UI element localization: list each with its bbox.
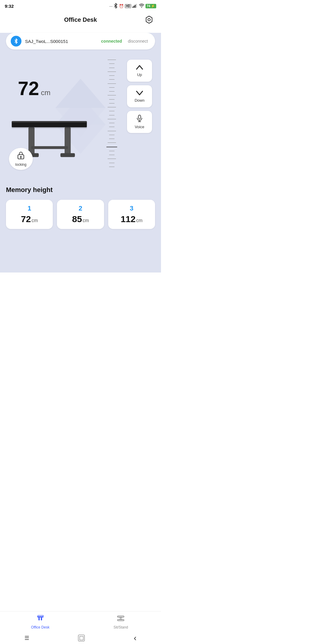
header: Office Desk	[0, 11, 161, 29]
battery-indicator: 74 ⚡	[145, 4, 156, 8]
voice-label: Voice	[135, 125, 144, 129]
voice-button[interactable]: Voice	[127, 111, 152, 133]
status-time: 9:32	[5, 4, 14, 9]
memory-slot-1[interactable]: 1 72 cm	[6, 200, 53, 229]
down-arrow-icon	[136, 90, 143, 97]
memory-slot-2[interactable]: 2 85 cm	[57, 200, 104, 229]
mem-index-3: 3	[130, 205, 133, 212]
svg-marker-5	[146, 16, 152, 23]
bluetooth-bar[interactable]: SAJ_TwoL...S000151 connected disconnect	[6, 33, 155, 49]
desk-area: 72 cm	[3, 54, 158, 179]
main-content: SAJ_TwoL...S000151 connected disconnect …	[0, 33, 161, 273]
settings-button[interactable]	[143, 14, 155, 26]
svg-rect-2	[135, 5, 136, 8]
signal-icon	[132, 4, 138, 9]
connection-status: connected	[101, 39, 122, 44]
lock-button[interactable]: locking	[9, 148, 33, 170]
down-button[interactable]: Down	[127, 85, 152, 107]
memory-slot-3[interactable]: 3 112 cm	[108, 200, 155, 229]
mem-unit-1: cm	[32, 218, 38, 223]
microphone-icon	[137, 115, 143, 123]
dots-icon: ···	[109, 4, 112, 8]
mem-number-2: 85	[72, 214, 82, 224]
mem-index-1: 1	[28, 205, 31, 212]
lock-icon	[17, 151, 25, 161]
svg-marker-7	[55, 79, 106, 108]
mem-unit-2: cm	[83, 218, 89, 223]
svg-rect-18	[12, 127, 87, 129]
device-name: SAJ_TwoL...S000151	[25, 39, 97, 44]
mem-value-1: 72 cm	[21, 214, 38, 224]
down-label: Down	[134, 98, 144, 103]
svg-rect-12	[12, 121, 87, 123]
svg-point-4	[141, 7, 142, 8]
mem-value-2: 85 cm	[72, 214, 89, 224]
svg-rect-0	[132, 7, 133, 8]
up-button[interactable]: Up	[127, 60, 152, 82]
svg-point-6	[148, 18, 150, 21]
lock-label: locking	[15, 162, 26, 167]
svg-rect-3	[136, 4, 137, 8]
memory-section: Memory height 1 72 cm 2 85 cm 3 112	[0, 179, 161, 234]
hd-icon: HD	[125, 4, 131, 8]
memory-cards: 1 72 cm 2 85 cm 3 112 cm	[6, 200, 155, 229]
bluetooth-icon	[114, 3, 118, 9]
height-value: 72	[18, 78, 39, 100]
height-display: 72 cm	[18, 78, 50, 100]
svg-rect-1	[134, 6, 134, 8]
status-icons: ··· ⏰ HD 74 ⚡	[109, 3, 156, 9]
svg-rect-19	[138, 115, 141, 119]
up-label: Up	[137, 72, 142, 77]
status-bar: 9:32 ··· ⏰ HD 74 ⚡	[0, 0, 161, 11]
mem-index-2: 2	[79, 205, 82, 212]
page-title: Office Desk	[64, 16, 97, 23]
mem-number-1: 72	[21, 214, 31, 224]
svg-rect-16	[61, 153, 75, 157]
control-buttons: Up Down Voi	[127, 60, 152, 133]
mem-unit-3: cm	[136, 218, 143, 223]
ruler	[107, 60, 116, 167]
disconnect-button[interactable]: disconnect	[126, 38, 150, 45]
mem-value-3: 112 cm	[121, 214, 143, 224]
alarm-icon: ⏰	[119, 4, 124, 8]
height-unit: cm	[41, 89, 50, 97]
up-arrow-icon	[136, 64, 143, 71]
svg-rect-14	[65, 127, 71, 155]
svg-rect-17	[31, 146, 68, 149]
wifi-icon	[139, 4, 144, 9]
mem-number-3: 112	[121, 214, 136, 224]
memory-title: Memory height	[6, 186, 155, 194]
bluetooth-icon	[11, 36, 21, 47]
